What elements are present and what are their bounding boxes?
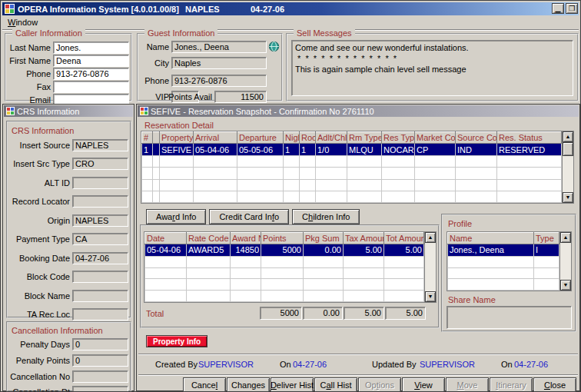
insert-src-type-field[interactable] [72, 158, 128, 170]
scroll-up-icon[interactable]: ▲ [560, 232, 571, 243]
crs-panel-title: CRS Information [17, 107, 79, 116]
reservation-row-empty[interactable] [142, 191, 562, 202]
award-row-empty[interactable] [145, 291, 424, 302]
award-row-empty[interactable] [145, 256, 424, 267]
guest-phone-label: Phone [138, 76, 169, 85]
app-window: OPERA Information System [4.0.01.00/8] N… [0, 0, 581, 392]
scroll-up-icon[interactable]: ▲ [425, 232, 436, 243]
globe-icon[interactable] [268, 41, 280, 54]
total-label: Total [146, 309, 164, 318]
guest-phone-field[interactable] [171, 75, 267, 87]
record-locator-field[interactable] [72, 195, 128, 208]
opera-app-icon [5, 4, 15, 14]
caller-information-title: Caller Information [12, 28, 85, 38]
insert-source-field[interactable] [72, 139, 128, 151]
reservation-row-empty[interactable] [142, 179, 562, 191]
first-name-field[interactable] [53, 55, 129, 67]
award-row-empty[interactable] [145, 279, 424, 291]
cancellation-dt-label: Cancellation Dt [8, 387, 70, 392]
action-button-bar: Cancel Changes Deliver Hist Call Hist Op… [183, 377, 576, 392]
profile-group: Profile Name Type Jones., Deena I [441, 214, 576, 332]
penalty-days-field[interactable] [72, 338, 128, 350]
share-name-label: Share Name [448, 295, 496, 304]
view-button[interactable]: View [402, 377, 445, 392]
property-info-button[interactable]: Property Info [146, 335, 208, 347]
total-tax-amount: 5.00 [344, 307, 384, 320]
changes-button[interactable]: Changes [227, 377, 270, 392]
updated-by-value: SUPERVISOR [420, 360, 475, 369]
col-adlt-chld: Adlt/Chld [316, 132, 347, 144]
cancellation-title: Cancellation Information [12, 326, 103, 335]
menu-window[interactable]: Window [8, 18, 38, 27]
col-pkg-sum: Pkg Sum [304, 233, 344, 244]
reservation-row-selected[interactable]: 1 SEFIVE 05-04-06 05-05-06 1 1 1/0 MLQU … [142, 144, 562, 156]
reservation-row-empty[interactable] [142, 168, 562, 179]
guest-name-field[interactable] [171, 41, 267, 53]
profile-row-empty[interactable] [448, 279, 559, 291]
cancellation-no-field[interactable] [72, 370, 128, 383]
block-code-field[interactable] [72, 271, 128, 283]
reservation-row-empty[interactable] [142, 156, 562, 168]
ta-rec-loc-field[interactable] [72, 308, 128, 321]
payment-type-field[interactable] [72, 233, 128, 245]
call-hist-button[interactable]: Call Hist [314, 377, 357, 392]
maximize-button[interactable]: ❒ [566, 3, 578, 14]
award-scrollbar[interactable]: ▲ ▼ [424, 232, 436, 302]
col-award-no: Award No [231, 233, 261, 244]
insert-src-type-label: Insert Src Type [8, 159, 70, 168]
updated-on-label: On [501, 360, 513, 369]
profile-scrollbar[interactable]: ▲ ▼ [559, 232, 571, 291]
caller-information-group: Caller Information Last Name First Name … [5, 33, 132, 101]
cancel-button[interactable]: Cancel [183, 377, 226, 392]
block-name-field[interactable] [72, 290, 128, 302]
created-by-value: SUPERVISOR [198, 360, 254, 369]
reservation-panel-titlebar: SEFIVE - Reservation Snapshot - Confirma… [138, 105, 579, 117]
booking-date-field[interactable] [72, 252, 128, 264]
block-code-label: Block Code [8, 272, 70, 281]
minimize-button[interactable]: ▁ [552, 3, 564, 14]
guest-information-title: Guest Information [144, 28, 217, 38]
scroll-thumb[interactable] [563, 142, 573, 156]
alt-id-field[interactable] [72, 177, 128, 189]
menubar: Window [2, 16, 579, 28]
caller-phone-field[interactable] [53, 68, 129, 80]
window-title: OPERA Information System [4.0.01.00/8] [18, 5, 179, 14]
cancellation-dt-field[interactable] [72, 386, 128, 392]
tab-credit-card-info[interactable]: Credit Card Info [209, 209, 289, 224]
reservation-header-row: # Property Arrival Departure Night Roon … [142, 132, 562, 144]
guest-city-label: City [138, 58, 169, 68]
created-by-label: Created By [155, 360, 198, 369]
profile-row-empty[interactable] [448, 256, 559, 267]
updated-by-label: Updated By [372, 360, 416, 369]
penalty-points-label: Penalty Points [8, 356, 70, 365]
close-button[interactable]: Close [533, 377, 576, 392]
alt-id-label: ALT ID [8, 178, 70, 188]
fax-field[interactable] [53, 81, 129, 93]
col-rooms: Roon [300, 132, 316, 144]
tab-award-info[interactable]: Award Info [146, 209, 206, 224]
points-avail-field[interactable] [214, 91, 267, 103]
tab-children-info[interactable]: Children Info [292, 209, 360, 224]
total-tot-amount: 5.00 [385, 307, 426, 320]
deliver-hist-button[interactable]: Deliver Hist [271, 377, 314, 392]
scroll-down-icon[interactable]: ▼ [563, 192, 573, 203]
profile-row-selected[interactable]: Jones., Deena I [448, 244, 559, 257]
col-res-type: Res Type [382, 132, 415, 144]
sell-message-line: * * * * * * * * * * * * * [295, 53, 569, 64]
award-row-empty[interactable] [145, 267, 424, 279]
total-points: 5000 [260, 307, 302, 320]
scroll-up-icon[interactable]: ▲ [563, 131, 573, 142]
last-name-label: Last Name [6, 43, 51, 52]
reservation-scrollbar[interactable]: ▲ ▼ [562, 131, 573, 203]
penalty-points-field[interactable] [72, 354, 128, 367]
award-row-selected[interactable]: 05-04-06 AWARD5 14850 5000 0.00 5.00 5.0… [145, 244, 424, 257]
reservation-panel: SEFIVE - Reservation Snapshot - Confirma… [136, 104, 580, 391]
last-name-field[interactable] [53, 42, 129, 54]
scroll-down-icon[interactable]: ▼ [560, 280, 571, 291]
scroll-down-icon[interactable]: ▼ [425, 291, 436, 302]
guest-city-field[interactable] [171, 57, 267, 69]
insert-source-label: Insert Source [8, 141, 70, 150]
profile-row-empty[interactable] [448, 267, 559, 279]
origin-field[interactable] [72, 214, 128, 227]
fax-label: Fax [6, 82, 51, 91]
